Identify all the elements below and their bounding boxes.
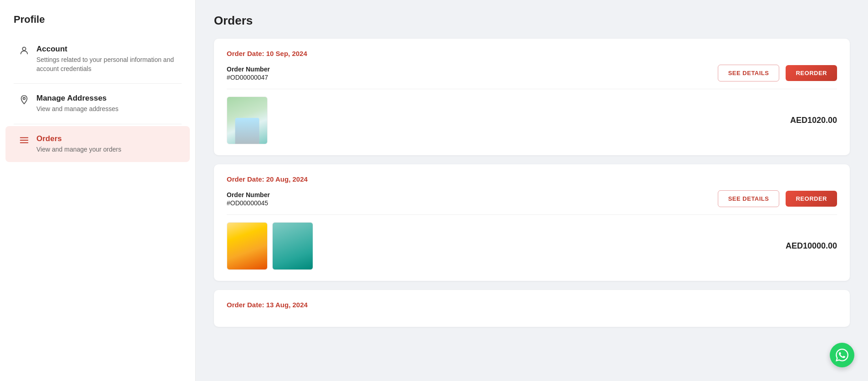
order-bottom-row-1: AED1020.00	[227, 97, 837, 144]
see-details-button-1[interactable]: SEE DETAILS	[718, 65, 780, 81]
order-date-3: Order Date: 13 Aug, 2024	[227, 301, 837, 309]
sidebar-item-orders[interactable]: Orders View and manage your orders	[5, 126, 190, 163]
order-number-label-1: Order Number	[227, 66, 270, 73]
svg-point-1	[23, 97, 25, 100]
order-images-1	[227, 97, 268, 144]
order-row-1: Order Number #OD00000047 SEE DETAILS REO…	[227, 65, 837, 81]
account-desc: Settings related to your personal inform…	[36, 56, 176, 73]
order-divider-1	[227, 89, 837, 89]
person-icon	[19, 46, 29, 58]
whatsapp-fab[interactable]	[830, 343, 854, 367]
order-divider-2	[227, 214, 837, 215]
divider-1	[14, 83, 182, 84]
order-date-1: Order Date: 10 Sep, 2024	[227, 50, 837, 57]
svg-point-0	[22, 47, 25, 51]
main-content: Orders Order Date: 10 Sep, 2024 Order Nu…	[196, 0, 868, 381]
order-bottom-row-2: AED10000.00	[227, 222, 837, 270]
reorder-button-1[interactable]: REORDER	[786, 65, 837, 81]
order-images-2	[227, 222, 313, 270]
see-details-button-2[interactable]: SEE DETAILS	[718, 190, 780, 207]
order-card-1: Order Date: 10 Sep, 2024 Order Number #O…	[214, 39, 850, 155]
location-icon	[19, 95, 29, 107]
manage-addresses-desc: View and manage addresses	[36, 105, 118, 114]
order-row-2: Order Number #OD00000045 SEE DETAILS REO…	[227, 190, 837, 207]
order-card-3: Order Date: 13 Aug, 2024	[214, 290, 850, 327]
orders-label: Orders	[36, 134, 122, 143]
order-total-1: AED1020.00	[790, 116, 837, 125]
order-actions-2: SEE DETAILS REORDER	[718, 190, 837, 207]
reorder-button-2[interactable]: REORDER	[786, 191, 837, 207]
order-actions-1: SEE DETAILS REORDER	[718, 65, 837, 81]
sidebar: Profile Account Settings related to your…	[0, 0, 196, 381]
order-number-value-1: #OD00000047	[227, 74, 270, 81]
order-number-block-2: Order Number #OD00000045	[227, 191, 270, 207]
order-card-2: Order Date: 20 Aug, 2024 Order Number #O…	[214, 164, 850, 281]
orders-desc: View and manage your orders	[36, 145, 122, 154]
order-total-2: AED10000.00	[786, 241, 837, 251]
order-product-image-1	[227, 97, 268, 144]
order-date-2: Order Date: 20 Aug, 2024	[227, 175, 837, 183]
sidebar-item-manage-addresses[interactable]: Manage Addresses View and manage address…	[5, 86, 190, 122]
sidebar-title: Profile	[0, 9, 195, 35]
order-product-image-2b	[272, 222, 313, 270]
order-number-label-2: Order Number	[227, 191, 270, 198]
whatsapp-icon	[836, 349, 848, 361]
order-number-block-1: Order Number #OD00000047	[227, 66, 270, 81]
list-icon	[19, 135, 29, 148]
account-label: Account	[36, 45, 176, 54]
order-number-value-2: #OD00000045	[227, 199, 270, 207]
manage-addresses-label: Manage Addresses	[36, 94, 118, 103]
sidebar-item-account[interactable]: Account Settings related to your persona…	[5, 36, 190, 81]
order-product-image-2a	[227, 222, 268, 270]
page-title: Orders	[214, 14, 850, 28]
divider-2	[14, 124, 182, 124]
